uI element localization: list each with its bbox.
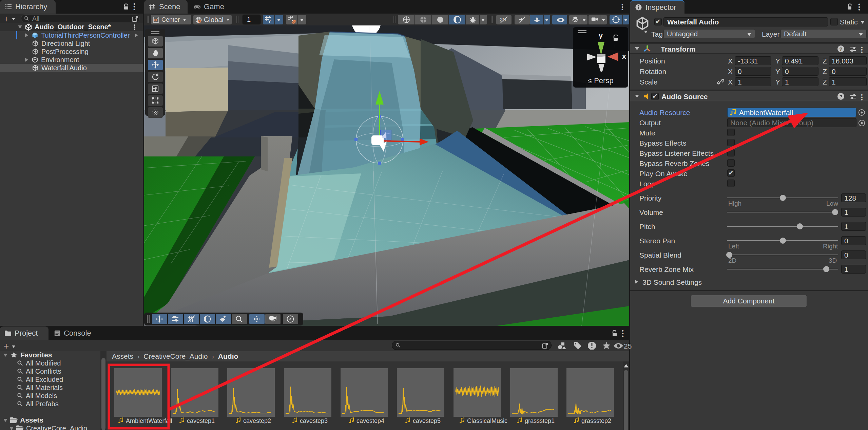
svg-text:?: ? — [840, 46, 843, 52]
svg-text:2D: 2D — [500, 17, 506, 22]
svg-text:Y: Y — [268, 19, 271, 23]
svg-text:?: ? — [840, 94, 843, 99]
